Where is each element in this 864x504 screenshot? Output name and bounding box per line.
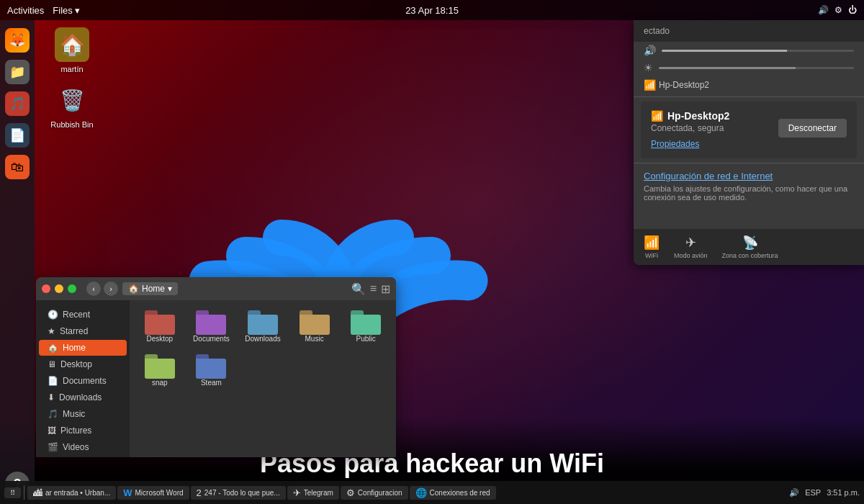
- hotspot-label: Zona con cobertura: [722, 252, 778, 259]
- file-label-steam: Steam: [201, 379, 222, 387]
- pictures-icon: 🖼: [48, 426, 56, 436]
- network-config-desc: Cambia los ajustes de configuración, com…: [644, 184, 854, 202]
- sidebar-item-recent[interactable]: 🕐 Recent: [39, 307, 127, 323]
- taskbar-dots[interactable]: ⠿: [4, 487, 21, 498]
- volume-icon-small: 🔊: [644, 45, 656, 56]
- folder-icon-music: [300, 310, 330, 335]
- file-manager-titlebar: ‹ › 🏠 Home ▾ 🔍 ≡ ⊞: [36, 277, 396, 300]
- network-panel-top: ectado: [634, 20, 864, 42]
- file-item-public[interactable]: Public: [343, 307, 389, 346]
- file-manager-sidebar: 🕐 Recent ★ Starred 🏠 Home 🖥 Desktop 📄 Do…: [36, 300, 130, 457]
- hotspot-toggle-item[interactable]: 📡 Zona con cobertura: [722, 235, 778, 259]
- taskbar-app-config[interactable]: ⚙ Configuracion: [341, 486, 408, 500]
- brightness-icon: ☀: [644, 62, 653, 73]
- recent-icon: 🕐: [48, 310, 58, 320]
- taskbar-app-urban[interactable]: 🏙 ar entrada • Urban...: [27, 486, 116, 500]
- forward-button[interactable]: ›: [104, 282, 118, 296]
- brightness-slider[interactable]: [659, 67, 854, 69]
- home-icon: 🏠: [128, 284, 139, 294]
- disconnect-button[interactable]: Desconectar: [778, 119, 847, 138]
- folder-icon-desktop: [145, 310, 175, 335]
- network-config-section: Configuración de red e Internet Cambia l…: [634, 163, 864, 209]
- search-icon[interactable]: 🔍: [351, 282, 366, 296]
- desktop-label: Desktop: [60, 359, 92, 369]
- videos-label: Videos: [63, 442, 89, 452]
- taskbar-app-network[interactable]: 🌐 Conexiones de red: [410, 486, 496, 500]
- hotspot-icon: 📡: [742, 235, 758, 251]
- file-item-music[interactable]: Music: [292, 307, 338, 346]
- network-icon: 🌐: [415, 487, 427, 498]
- wifi-toggle-item[interactable]: 📶 WiFi: [644, 235, 660, 259]
- sidebar-item-home[interactable]: 🏠 Home: [39, 340, 127, 356]
- files-menu[interactable]: Files ▾: [53, 5, 80, 16]
- location-text: Home: [142, 284, 165, 294]
- sidebar-item-documents[interactable]: 📄 Documents: [39, 373, 127, 389]
- close-button[interactable]: [42, 284, 50, 293]
- file-label-public: Public: [356, 335, 376, 343]
- file-item-steam[interactable]: Steam: [189, 351, 235, 390]
- file-label-documents: Documents: [193, 335, 230, 343]
- sidebar-item-videos[interactable]: 🎬 Videos: [39, 439, 127, 455]
- topbar-left: Activities Files ▾: [7, 5, 80, 16]
- taskbar-volume-icon[interactable]: 🔊: [789, 488, 799, 498]
- sidebar-item-rubbish[interactable]: 🗑 Rubbish: [39, 456, 127, 457]
- dock: 🦊 Firefox 📁 Files 🎵 Music 📄 Text Editor …: [0, 20, 35, 504]
- brightness-slider-row: ☀: [634, 59, 864, 76]
- config-icon: ⚙: [346, 487, 355, 498]
- taskbar-app-telegram[interactable]: ✈ Telegram: [287, 486, 339, 500]
- 247-label: 247 - Todo lo que pue...: [204, 489, 280, 497]
- volume-slider[interactable]: [662, 50, 854, 52]
- settings-icon[interactable]: ⚙: [834, 5, 842, 15]
- dock-item-music[interactable]: 🎵 Music: [3, 89, 32, 118]
- sidebar-item-starred[interactable]: ★ Starred: [39, 323, 127, 339]
- file-item-desktop[interactable]: Desktop: [137, 307, 183, 346]
- file-manager-window: ‹ › 🏠 Home ▾ 🔍 ≡ ⊞ 🕐 Recent ★ Starred 🏠: [36, 277, 396, 457]
- videos-icon: 🎬: [48, 442, 58, 452]
- sidebar-item-pictures[interactable]: 🖼 Pictures: [39, 423, 127, 438]
- network-config-link[interactable]: Configuración de red e Internet: [644, 171, 854, 181]
- dock-item-firefox[interactable]: 🦊 Firefox: [3, 26, 32, 55]
- file-item-documents[interactable]: Documents: [189, 307, 235, 346]
- taskbar: ⠿ 🏙 ar entrada • Urban... W Microsoft Wo…: [0, 481, 864, 504]
- taskbar-separator-1: [24, 485, 24, 500]
- word-icon: W: [123, 487, 132, 498]
- wifi-properties-link[interactable]: Propiedades: [651, 139, 699, 149]
- dock-item-files[interactable]: 📁 Files: [3, 58, 32, 86]
- location-bar[interactable]: 🏠 Home ▾: [122, 282, 178, 295]
- airplane-icon: ✈: [685, 235, 696, 251]
- volume-icon[interactable]: 🔊: [818, 5, 829, 15]
- pictures-label: Pictures: [60, 426, 91, 436]
- dock-item-appstore[interactable]: 🛍 App Store: [3, 153, 32, 181]
- home-sidebar-icon: 🏠: [48, 343, 58, 353]
- sidebar-item-desktop[interactable]: 🖥 Desktop: [39, 356, 127, 372]
- power-icon[interactable]: ⏻: [848, 5, 857, 15]
- folder-icon-documents: [196, 310, 226, 335]
- wifi-bottom-icon: 📶: [644, 235, 660, 251]
- desktop-icon-small: 🖥: [48, 359, 56, 369]
- file-item-snap[interactable]: snap: [137, 351, 183, 390]
- dock-item-texteditor[interactable]: 📄 Text Editor: [3, 121, 32, 150]
- 247-icon: 2: [197, 487, 202, 498]
- back-button[interactable]: ‹: [86, 282, 101, 296]
- file-manager-main: Desktop Documents Downloads: [130, 300, 396, 457]
- urban-label: ar entrada • Urban...: [45, 489, 110, 497]
- topbar: Activities Files ▾ 23 Apr 18:15 🔊 ⚙ ⏻: [0, 0, 864, 20]
- airplane-toggle-item[interactable]: ✈ Modo avión: [674, 235, 708, 259]
- file-item-downloads[interactable]: Downloads: [240, 307, 286, 346]
- taskbar-app-word[interactable]: W Microsoft Word: [117, 486, 189, 500]
- sidebar-item-downloads[interactable]: ⬇ Downloads: [39, 390, 127, 405]
- file-manager-body: 🕐 Recent ★ Starred 🏠 Home 🖥 Desktop 📄 Do…: [36, 300, 396, 457]
- desktop-icon-home[interactable]: 🏠 martín: [46, 27, 98, 73]
- file-label-music: Music: [305, 335, 324, 343]
- maximize-button[interactable]: [68, 284, 76, 293]
- toolbar-right: 🔍 ≡ ⊞: [351, 282, 390, 296]
- taskbar-app-247[interactable]: 2 247 - Todo lo que pue...: [191, 486, 286, 500]
- wifi-bottom-label: WiFi: [645, 252, 658, 259]
- sidebar-item-music[interactable]: 🎵 Music: [39, 406, 127, 422]
- view-list-icon[interactable]: ≡: [370, 282, 377, 295]
- taskbar-kbd-lang[interactable]: ESP: [805, 488, 821, 497]
- chevron-down-icon: ▾: [168, 284, 172, 294]
- activities-button[interactable]: Activities: [7, 5, 44, 16]
- view-grid-icon[interactable]: ⊞: [381, 282, 390, 296]
- minimize-button[interactable]: [55, 284, 63, 293]
